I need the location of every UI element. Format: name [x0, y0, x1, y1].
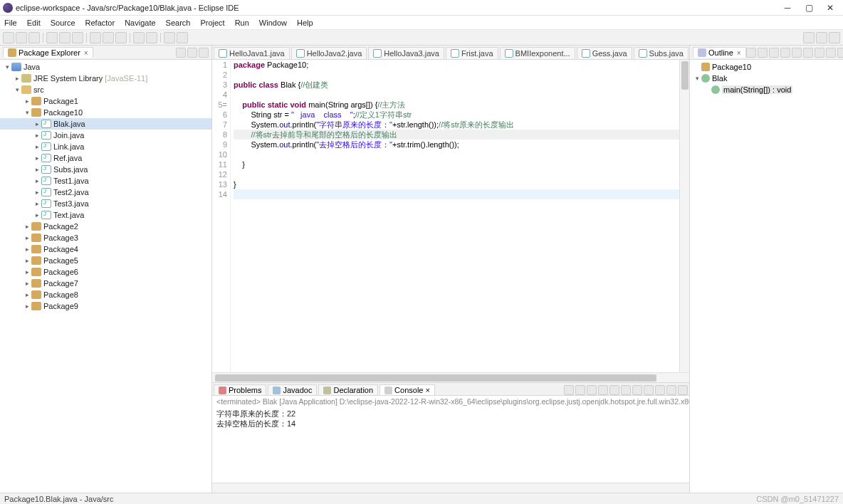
menu-navigate[interactable]: Navigate	[125, 19, 155, 27]
tree-java-file[interactable]: ▸Blak.java	[0, 118, 211, 130]
menu-help[interactable]: Help	[297, 19, 313, 27]
tree-java-file[interactable]: ▸Test3.java	[0, 198, 211, 209]
tree-project[interactable]: ▾Java	[0, 61, 211, 73]
tab-declaration[interactable]: Declaration	[318, 384, 378, 395]
toolbar-saveall-icon[interactable]	[28, 32, 40, 43]
toolbar-perspective-java-icon[interactable]	[816, 32, 827, 43]
horizontal-scrollbar[interactable]	[212, 372, 689, 382]
tree-package[interactable]: ▸Package1	[0, 95, 211, 107]
menu-project[interactable]: Project	[200, 19, 224, 27]
tree-java-file[interactable]: ▸Test1.java	[0, 175, 211, 187]
console-pin-icon[interactable]	[632, 385, 642, 395]
tree-java-file[interactable]: ▸Link.java	[0, 141, 211, 152]
toolbar-back-icon[interactable]	[164, 32, 175, 43]
console-open-icon[interactable]	[655, 385, 665, 395]
toolbar-forward-icon[interactable]	[177, 32, 188, 43]
console-display-icon[interactable]	[644, 385, 654, 395]
outline-hide-local-icon[interactable]	[803, 48, 813, 58]
outline-class[interactable]: ▾Blak	[690, 73, 843, 84]
code-area[interactable]: package Package10; public class Blak {//…	[231, 60, 679, 372]
tree-package[interactable]: ▸Package6	[0, 266, 211, 278]
editor-tab[interactable]: HelloJava1.java	[214, 47, 290, 59]
toolbar-run-icon[interactable]	[59, 32, 70, 43]
project-tree[interactable]: ▾Java ▸JRE System Library [JavaSE-11] ▾s…	[0, 60, 211, 493]
close-icon[interactable]: ×	[737, 49, 741, 57]
toolbar-search-icon[interactable]	[133, 32, 145, 43]
tree-java-file[interactable]: ▸Subs.java	[0, 164, 211, 175]
menu-file[interactable]: File	[4, 19, 17, 27]
toolbar-new-icon[interactable]	[3, 32, 14, 43]
tree-package[interactable]: ▸Package9	[0, 300, 211, 312]
console-removeall-icon[interactable]	[575, 385, 585, 395]
editor-tab[interactable]: HelloJava2.java	[291, 47, 367, 59]
editor-tab[interactable]: Gess.java	[577, 47, 632, 59]
toolbar-perspective-switch-icon[interactable]	[829, 32, 840, 43]
outline-method[interactable]: main(String[]) : void	[690, 84, 843, 95]
tree-java-file[interactable]: ▸Text.java	[0, 209, 211, 221]
tree-java-file[interactable]: ▸Ref.java	[0, 152, 211, 164]
editor-tab[interactable]: Subs.java	[634, 47, 688, 59]
menu-window[interactable]: Window	[259, 19, 287, 27]
close-window-button[interactable]: ✕	[826, 4, 834, 12]
close-icon[interactable]: ×	[425, 386, 429, 394]
outline-hide-fields-icon[interactable]	[769, 48, 779, 58]
tree-java-file[interactable]: ▸Test2.java	[0, 187, 211, 198]
outline-focus-icon[interactable]	[746, 48, 756, 58]
editor-tab[interactable]: Frist.java	[446, 47, 498, 59]
console-horizontal-scrollbar[interactable]	[212, 483, 689, 493]
tree-package-open[interactable]: ▾Package10	[0, 107, 211, 118]
outline-package[interactable]: Package10	[690, 61, 843, 73]
package-explorer-tab[interactable]: Package Explorer ×	[3, 47, 93, 58]
tree-library[interactable]: ▸JRE System Library [JavaSE-11]	[0, 73, 211, 84]
view-menu-icon[interactable]	[199, 48, 209, 58]
code-editor[interactable]: 12345=67891011121314 package Package10; …	[212, 60, 689, 372]
collapse-all-icon[interactable]	[176, 48, 186, 58]
console-terminate-icon[interactable]	[564, 385, 574, 395]
outline-hide-static-icon[interactable]	[780, 48, 790, 58]
outline-hide-nonpublic-icon[interactable]	[792, 48, 802, 58]
outline-viewmenu-icon[interactable]	[815, 48, 824, 58]
toolbar-quickaccess-icon[interactable]	[803, 32, 815, 43]
console-remove-icon[interactable]	[587, 385, 597, 395]
console-scrolllock-icon[interactable]	[609, 385, 619, 395]
menu-run[interactable]: Run	[235, 19, 249, 27]
console-clear-icon[interactable]	[598, 385, 608, 395]
console-minimize-icon[interactable]	[666, 385, 676, 395]
tab-console[interactable]: Console×	[379, 384, 435, 395]
outline-tree[interactable]: Package10 ▾Blak main(String[]) : void	[690, 60, 843, 493]
toolbar-debug-icon[interactable]	[46, 32, 58, 43]
link-editor-icon[interactable]	[187, 48, 197, 58]
outline-maximize-icon[interactable]	[837, 48, 843, 58]
console-maximize-icon[interactable]	[678, 385, 688, 395]
menu-refactor[interactable]: Refactor	[85, 19, 115, 27]
tree-src-folder[interactable]: ▾src	[0, 84, 211, 95]
maximize-button[interactable]: ▢	[805, 4, 813, 12]
menu-edit[interactable]: Edit	[27, 19, 41, 27]
tree-java-file[interactable]: ▸Join.java	[0, 130, 211, 141]
console-output[interactable]: 字符串原来的长度：22 去掉空格后的长度：14	[212, 409, 689, 483]
toolbar-annotate-icon[interactable]	[146, 32, 157, 43]
vertical-scrollbar[interactable]	[679, 60, 689, 372]
tab-javadoc[interactable]: Javadoc	[268, 384, 317, 395]
tab-problems[interactable]: Problems	[214, 384, 266, 395]
toolbar-coverage-icon[interactable]	[72, 32, 83, 43]
outline-tab[interactable]: Outline ×	[693, 47, 746, 58]
toolbar-open-type-icon[interactable]	[115, 32, 127, 43]
tree-package[interactable]: ▸Package5	[0, 255, 211, 266]
tree-package[interactable]: ▸Package8	[0, 289, 211, 300]
minimize-button[interactable]: ─	[783, 4, 792, 12]
toolbar-save-icon[interactable]	[16, 32, 27, 43]
outline-sort-icon[interactable]	[758, 48, 768, 58]
editor-tab[interactable]: BMIIexponent...	[500, 47, 575, 59]
console-wordwrap-icon[interactable]	[621, 385, 631, 395]
tree-package[interactable]: ▸Package7	[0, 278, 211, 289]
toolbar-newpkg-icon[interactable]	[90, 32, 101, 43]
outline-minimize-icon[interactable]	[826, 48, 836, 58]
tree-package[interactable]: ▸Package4	[0, 243, 211, 255]
close-icon[interactable]: ×	[84, 49, 88, 57]
menu-search[interactable]: Search	[166, 19, 191, 27]
toolbar-newclass-icon[interactable]	[103, 32, 114, 43]
menu-source[interactable]: Source	[51, 19, 75, 27]
tree-package[interactable]: ▸Package3	[0, 232, 211, 243]
editor-tab[interactable]: HelloJava3.java	[368, 47, 444, 59]
